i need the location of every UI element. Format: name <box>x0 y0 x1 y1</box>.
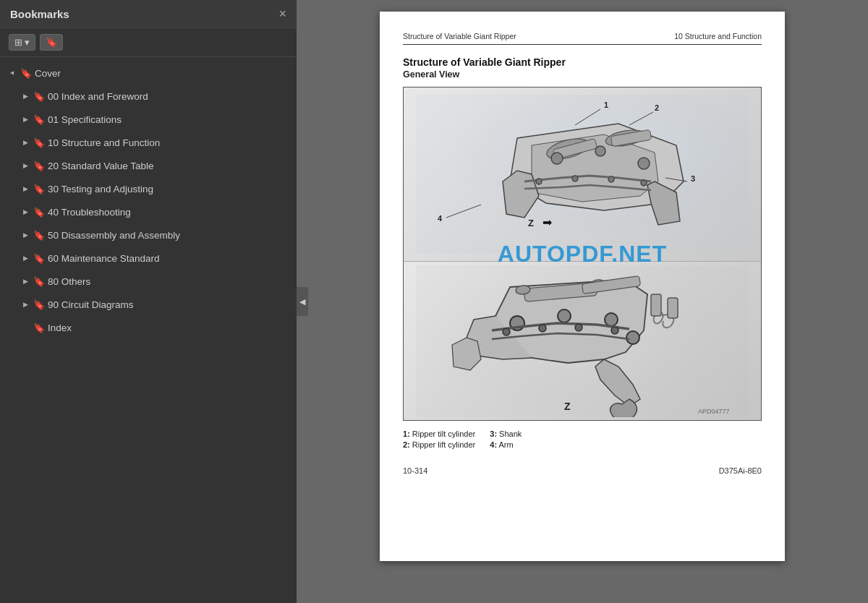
section-subtitle: General View <box>403 69 762 80</box>
svg-point-27 <box>503 328 510 335</box>
page-document: Structure of Variable Giant Ripper 10 St… <box>380 12 785 561</box>
sidebar: Bookmarks × ⊞ ▾ 🔖 🔖 Cover 🔖 00 Index and… <box>0 0 297 603</box>
parts-col-right: 3: Shank 4: Arm <box>490 429 522 449</box>
ripper-bottom-svg: Z APD04777 <box>416 265 749 417</box>
svg-rect-31 <box>651 294 661 316</box>
sidebar-close-button[interactable]: × <box>278 7 286 20</box>
bookmark-icon: 🔖 <box>33 137 45 148</box>
bookmark-label: 40 Troubleshooting <box>48 207 289 218</box>
bookmark-item-40[interactable]: 🔖 40 Troubleshooting <box>0 200 297 223</box>
bookmark-icon: 🔖 <box>20 68 32 79</box>
chevron-icon <box>20 116 30 123</box>
bookmark-item-30[interactable]: 🔖 30 Testing and Adjusting <box>0 177 297 200</box>
bookmark-label: 20 Standard Value Table <box>48 161 289 171</box>
sidebar-title: Bookmarks <box>10 8 69 20</box>
bookmark-label: Index <box>48 322 289 333</box>
chevron-icon <box>20 278 30 285</box>
bookmark-icon: 🔖 <box>33 253 45 264</box>
bookmark-item-50[interactable]: 🔖 50 Disassembly and Assembly <box>0 223 297 247</box>
bookmark-label: 90 Circuit Diagrams <box>48 299 289 310</box>
svg-rect-32 <box>668 298 678 318</box>
expand-all-button[interactable]: ⊞ ▾ <box>9 34 35 51</box>
page-header-left: Structure of Variable Giant Ripper <box>403 32 516 40</box>
bookmark-label: 30 Testing and Adjusting <box>48 184 289 194</box>
bookmark-icon: 🔖 <box>33 322 45 333</box>
bookmark-label: 50 Disassembly and Assembly <box>48 230 289 241</box>
bookmark-item-index[interactable]: 🔖 Index <box>0 316 297 339</box>
main-content: ◀ Structure of Variable Giant Ripper 10 … <box>297 0 868 603</box>
part-1-label: 1: Ripper tilt cylinder <box>403 429 475 438</box>
bookmark-icon: 🔖 <box>33 207 45 218</box>
chevron-icon <box>20 162 30 169</box>
page-header-right: 10 Structure and Function <box>674 32 762 40</box>
page-number: 10-314 <box>403 466 427 475</box>
parts-col-left: 1: Ripper tilt cylinder 2: Ripper lift c… <box>403 429 475 449</box>
section-title: Structure of Variable Giant Ripper <box>403 56 762 68</box>
bookmark-item-60[interactable]: 🔖 60 Maintenance Standard <box>0 247 297 270</box>
chevron-icon <box>20 231 30 239</box>
bookmark-label: 01 Specifications <box>48 114 289 125</box>
svg-point-26 <box>626 331 639 344</box>
svg-point-29 <box>575 324 582 331</box>
bookmark-label: 60 Maintenance Standard <box>48 253 289 264</box>
expand-arrow-icon: ▾ <box>25 37 30 48</box>
bookmark-icon: 🔖 <box>46 37 57 48</box>
bookmark-item-00[interactable]: 🔖 00 Index and Foreword <box>0 85 297 108</box>
svg-text:➡: ➡ <box>542 216 552 228</box>
svg-text:Z: Z <box>528 218 534 228</box>
chevron-icon <box>20 255 30 262</box>
bookmark-icon: 🔖 <box>33 184 45 194</box>
bookmark-item-10[interactable]: 🔖 10 Structure and Function <box>0 131 297 154</box>
chevron-icon <box>20 301 30 308</box>
svg-point-6 <box>595 146 605 156</box>
bookmark-item-20[interactable]: 🔖 20 Standard Value Table <box>0 154 297 177</box>
figure-box: 1 2 3 4 Z ➡ AUTOPDF.NET <box>403 87 762 421</box>
bookmark-button[interactable]: 🔖 <box>40 34 63 51</box>
bookmark-icon: 🔖 <box>33 91 45 102</box>
svg-point-30 <box>611 327 618 334</box>
bookmark-list: 🔖 Cover 🔖 00 Index and Foreword 🔖 01 Spe… <box>0 57 297 603</box>
bookmark-label: 00 Index and Foreword <box>48 91 289 102</box>
chevron-icon <box>20 93 30 100</box>
bookmark-label: Cover <box>35 68 289 79</box>
bookmark-item-01[interactable]: 🔖 01 Specifications <box>0 108 297 131</box>
callout-2: 2 <box>655 103 659 112</box>
page-footer: 10-314 D375Ai-8E0 <box>403 463 762 475</box>
svg-text:Z: Z <box>564 401 571 412</box>
callout-4: 4 <box>438 214 443 223</box>
svg-point-11 <box>641 180 647 186</box>
bookmark-icon: 🔖 <box>33 299 45 310</box>
bookmark-icon: 🔖 <box>33 161 45 171</box>
svg-text:APD04777: APD04777 <box>698 408 730 415</box>
sidebar-toolbar: ⊞ ▾ 🔖 <box>0 28 297 57</box>
part-2-label: 2: Ripper lift cylinder <box>403 440 475 449</box>
part-3-label: 3: Shank <box>490 429 522 438</box>
figure-bottom: Z APD04777 <box>404 261 761 420</box>
expand-icon: ⊞ <box>14 37 22 48</box>
part-4-label: 4: Arm <box>490 440 522 449</box>
bookmark-item-80[interactable]: 🔖 80 Others <box>0 270 297 293</box>
svg-point-8 <box>536 179 542 184</box>
bookmark-item-90[interactable]: 🔖 90 Circuit Diagrams <box>0 293 297 316</box>
svg-point-24 <box>558 309 571 322</box>
svg-point-10 <box>608 176 614 182</box>
chevron-icon <box>20 185 30 192</box>
bookmark-icon: 🔖 <box>33 114 45 125</box>
figure-top: 1 2 3 4 Z ➡ <box>404 87 761 261</box>
bookmark-item-cover[interactable]: 🔖 Cover <box>0 61 297 85</box>
svg-point-25 <box>605 313 618 326</box>
sidebar-header: Bookmarks × <box>0 0 297 28</box>
collapse-icon: ◀ <box>299 297 305 307</box>
collapse-sidebar-button[interactable]: ◀ <box>297 287 308 316</box>
svg-point-5 <box>551 153 563 164</box>
bookmark-icon: 🔖 <box>33 230 45 241</box>
chevron-icon <box>9 68 16 78</box>
page-viewer: Structure of Variable Giant Ripper 10 St… <box>297 0 868 603</box>
bookmark-icon: 🔖 <box>33 276 45 287</box>
ripper-top-svg: 1 2 3 4 Z ➡ <box>416 95 749 254</box>
bookmark-label: 10 Structure and Function <box>48 137 289 148</box>
svg-point-7 <box>638 158 650 169</box>
bookmark-label: 80 Others <box>48 276 289 287</box>
document-id: D375Ai-8E0 <box>719 466 762 475</box>
callout-1: 1 <box>604 100 608 109</box>
